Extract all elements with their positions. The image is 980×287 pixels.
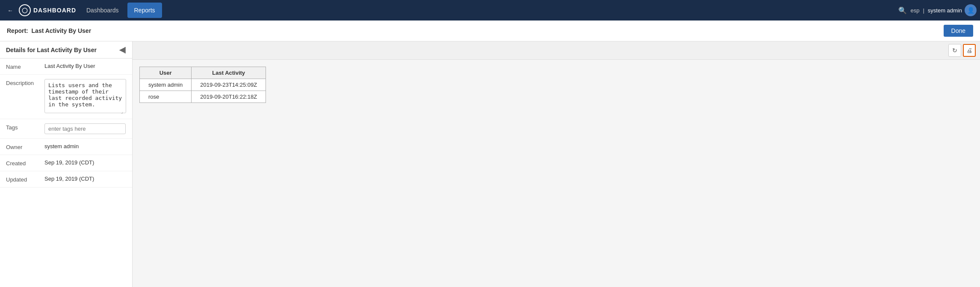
- report-prefix: Report:: [7, 27, 28, 34]
- created-field: Created Sep 19, 2019 (CDT): [0, 155, 132, 171]
- nav-user: system admin 👤: [928, 4, 977, 16]
- tags-field: Tags: [0, 119, 132, 139]
- right-panel-toolbar: ↻ 🖨: [133, 41, 980, 60]
- updated-label: Updated: [6, 176, 44, 183]
- avatar: 👤: [965, 4, 977, 16]
- col-last-activity: Last Activity: [192, 67, 266, 79]
- name-value: Last Activity By User: [44, 63, 126, 69]
- report-table-area: User Last Activity system admin2019-09-2…: [133, 60, 980, 110]
- tags-label: Tags: [6, 123, 44, 131]
- updated-field: Updated Sep 19, 2019 (CDT): [0, 171, 132, 187]
- owner-value: system admin: [44, 143, 126, 149]
- panel-header: Details for Last Activity By User ◀|: [0, 41, 132, 59]
- back-button[interactable]: ←: [3, 3, 17, 17]
- report-table: User Last Activity system admin2019-09-2…: [139, 67, 266, 103]
- created-value: Sep 19, 2019 (CDT): [44, 159, 126, 166]
- name-field: Name Last Activity By User: [0, 59, 132, 75]
- nav-username: system admin: [928, 7, 962, 14]
- collapse-icon[interactable]: ◀|: [119, 46, 126, 54]
- report-name: Last Activity By User: [32, 27, 92, 34]
- tab-dashboards[interactable]: Dashboards: [80, 3, 126, 18]
- print-button[interactable]: 🖨: [963, 44, 976, 57]
- report-title: Report: Last Activity By User: [7, 27, 91, 34]
- owner-field: Owner system admin: [0, 139, 132, 155]
- cell-last-activity: 2019-09-20T16:22:18Z: [192, 91, 266, 103]
- logo-text: DASHBOARD: [33, 7, 76, 14]
- left-panel: Details for Last Activity By User ◀| Nam…: [0, 41, 133, 287]
- search-icon[interactable]: 🔍: [898, 6, 907, 15]
- back-icon: ←: [7, 7, 13, 14]
- nav-locale: esp: [910, 7, 919, 14]
- right-panel: ↻ 🖨 User Last Activity system admin2019-…: [133, 41, 980, 287]
- description-field: Description Lists users and the timestam…: [0, 75, 132, 119]
- tab-reports[interactable]: Reports: [127, 3, 162, 18]
- created-label: Created: [6, 159, 44, 167]
- cell-user: system admin: [140, 79, 192, 91]
- logo-icon: ◯: [19, 4, 31, 16]
- main-layout: Details for Last Activity By User ◀| Nam…: [0, 41, 980, 287]
- description-textarea[interactable]: Lists users and the timestamp of their l…: [44, 79, 126, 113]
- refresh-icon: ↻: [952, 47, 957, 54]
- description-label: Description: [6, 79, 44, 86]
- nav-separator: |: [923, 7, 924, 14]
- cell-last-activity: 2019-09-23T14:25:09Z: [192, 79, 266, 91]
- description-wrapper: Lists users and the timestamp of their l…: [44, 79, 126, 114]
- resize-handle: ⌟: [121, 109, 125, 114]
- table-row: rose2019-09-20T16:22:18Z: [140, 91, 266, 103]
- col-user: User: [140, 67, 192, 79]
- tags-input[interactable]: [44, 123, 126, 134]
- updated-value: Sep 19, 2019 (CDT): [44, 176, 126, 182]
- top-nav: ← ◯ DASHBOARD Dashboards Reports 🔍 esp |…: [0, 0, 980, 20]
- done-button[interactable]: Done: [944, 25, 973, 37]
- nav-right: 🔍 esp | system admin 👤: [898, 4, 977, 16]
- name-label: Name: [6, 63, 44, 70]
- cell-user: rose: [140, 91, 192, 103]
- refresh-button[interactable]: ↻: [948, 44, 961, 57]
- panel-title: Details for Last Activity By User: [6, 47, 97, 53]
- table-row: system admin2019-09-23T14:25:09Z: [140, 79, 266, 91]
- print-icon: 🖨: [966, 47, 972, 54]
- nav-logo: ◯ DASHBOARD: [19, 4, 76, 16]
- owner-label: Owner: [6, 143, 44, 150]
- report-title-bar: Report: Last Activity By User Done: [0, 20, 980, 41]
